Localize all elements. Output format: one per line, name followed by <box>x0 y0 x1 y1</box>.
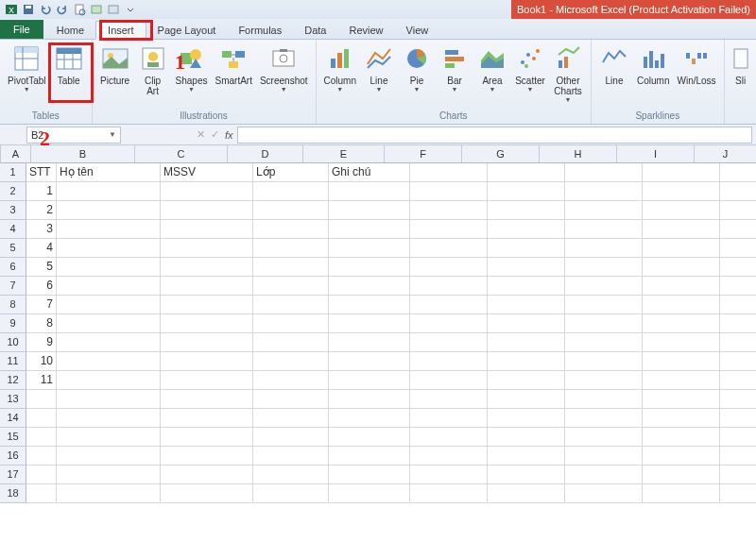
cell[interactable] <box>565 201 643 220</box>
cell[interactable] <box>643 484 720 503</box>
cell[interactable] <box>329 277 410 296</box>
cell[interactable] <box>26 484 57 503</box>
cell[interactable] <box>488 201 565 220</box>
cell[interactable] <box>253 352 329 371</box>
cell[interactable] <box>161 201 253 220</box>
cell[interactable]: 9 <box>26 333 57 352</box>
row-header[interactable]: 8 <box>0 296 26 314</box>
cell[interactable] <box>161 466 253 484</box>
tab-file[interactable]: File <box>0 20 43 39</box>
cell[interactable] <box>720 258 756 277</box>
tab-insert[interactable]: Insert <box>95 21 146 40</box>
row-header[interactable]: 11 <box>0 352 26 371</box>
cell[interactable] <box>720 220 756 239</box>
cell[interactable] <box>565 447 643 466</box>
cell[interactable] <box>329 484 410 503</box>
cell[interactable] <box>329 239 410 258</box>
cell[interactable] <box>565 352 643 371</box>
cell[interactable] <box>643 314 720 333</box>
cell[interactable] <box>253 409 329 428</box>
cell[interactable] <box>253 428 329 447</box>
cell[interactable] <box>57 239 161 258</box>
cell[interactable] <box>410 182 488 201</box>
cell[interactable] <box>410 390 488 409</box>
row-header[interactable]: 4 <box>0 220 26 239</box>
cell[interactable] <box>565 484 643 503</box>
undo-icon[interactable] <box>38 2 53 17</box>
cell[interactable] <box>26 409 57 428</box>
scatter-chart-button[interactable]: Scatter ▼ <box>511 42 549 94</box>
picture-button[interactable]: Picture <box>96 42 134 88</box>
cell[interactable] <box>643 371 720 390</box>
cell[interactable] <box>161 296 253 314</box>
cell[interactable] <box>410 352 488 371</box>
cell[interactable] <box>161 428 253 447</box>
cell[interactable] <box>488 239 565 258</box>
row-header[interactable]: 5 <box>0 239 26 258</box>
cell[interactable] <box>253 201 329 220</box>
cell[interactable] <box>488 447 565 466</box>
cell[interactable] <box>57 258 161 277</box>
cell[interactable] <box>329 201 410 220</box>
cell[interactable] <box>57 371 161 390</box>
cell[interactable]: 10 <box>26 352 57 371</box>
cell[interactable] <box>488 163 565 182</box>
cell[interactable] <box>488 277 565 296</box>
cell[interactable] <box>488 371 565 390</box>
cell[interactable] <box>565 182 643 201</box>
cell[interactable]: Họ tên <box>57 163 161 182</box>
cell[interactable] <box>161 258 253 277</box>
cell[interactable] <box>488 314 565 333</box>
tab-review[interactable]: Review <box>337 22 394 39</box>
column-header[interactable]: D <box>228 145 303 163</box>
qat-icon-2[interactable] <box>106 2 121 17</box>
screenshot-button[interactable]: Screenshot ▼ <box>256 42 312 94</box>
cell[interactable] <box>410 239 488 258</box>
cell[interactable] <box>253 390 329 409</box>
cell[interactable] <box>410 484 488 503</box>
row-header[interactable]: 13 <box>0 390 26 409</box>
cell[interactable]: STT <box>26 163 57 182</box>
cell[interactable] <box>253 239 329 258</box>
print-preview-icon[interactable] <box>72 2 87 17</box>
cell[interactable] <box>253 333 329 352</box>
formula-input[interactable] <box>237 127 752 144</box>
cell[interactable] <box>565 163 643 182</box>
cell[interactable] <box>410 428 488 447</box>
cell[interactable] <box>643 201 720 220</box>
cell[interactable] <box>720 390 756 409</box>
cell[interactable] <box>57 466 161 484</box>
column-header[interactable]: C <box>135 145 228 163</box>
cell[interactable] <box>57 182 161 201</box>
cell[interactable] <box>720 352 756 371</box>
cell[interactable] <box>26 428 57 447</box>
cell[interactable] <box>720 182 756 201</box>
cancel-icon[interactable]: ✕ <box>197 128 205 141</box>
cell[interactable] <box>565 258 643 277</box>
tab-home[interactable]: Home <box>45 22 95 39</box>
row-header[interactable]: 1 <box>0 163 26 182</box>
cell[interactable] <box>643 466 720 484</box>
cell[interactable] <box>253 484 329 503</box>
bar-chart-button[interactable]: Bar ▼ <box>436 42 473 94</box>
cell[interactable] <box>720 201 756 220</box>
cell[interactable] <box>57 220 161 239</box>
cell[interactable] <box>643 447 720 466</box>
dropdown-arrow-icon[interactable]: ▼ <box>109 130 116 139</box>
column-header[interactable]: E <box>303 145 385 163</box>
cell[interactable] <box>488 258 565 277</box>
cell[interactable]: MSSV <box>161 163 253 182</box>
cell[interactable] <box>643 390 720 409</box>
tab-data[interactable]: Data <box>293 22 337 39</box>
cell[interactable] <box>720 163 756 182</box>
cell[interactable] <box>329 466 410 484</box>
cell[interactable] <box>720 239 756 258</box>
cell[interactable] <box>565 239 643 258</box>
cell[interactable] <box>720 428 756 447</box>
cell[interactable] <box>720 447 756 466</box>
cell[interactable] <box>26 466 57 484</box>
column-header[interactable]: A <box>1 145 31 163</box>
column-header[interactable]: F <box>385 145 462 163</box>
cell[interactable] <box>57 277 161 296</box>
cell[interactable] <box>57 409 161 428</box>
